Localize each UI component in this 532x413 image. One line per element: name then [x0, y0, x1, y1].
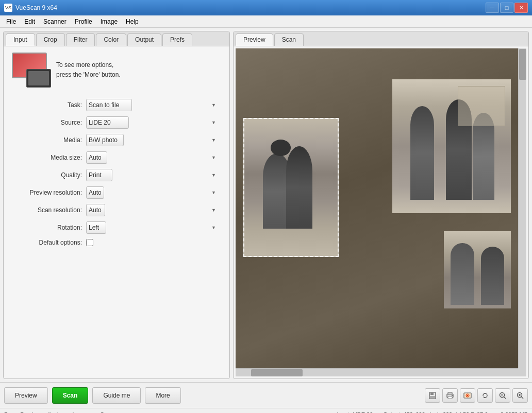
- media-label: Media:: [14, 136, 86, 144]
- menu-profile[interactable]: Profile: [71, 17, 96, 26]
- rotation-label: Rotation:: [14, 224, 86, 231]
- menu-edit[interactable]: Edit: [20, 17, 39, 26]
- status-middle: Input: LiDE 20: [337, 411, 373, 414]
- preview-res-select-wrapper: Auto 72 150 300: [86, 186, 219, 199]
- scan-button[interactable]: Scan: [52, 387, 89, 404]
- preview-button[interactable]: Preview: [4, 387, 48, 404]
- quality-row: Quality: Print Screen Archive: [14, 169, 219, 181]
- task-label: Task:: [14, 101, 86, 109]
- quality-select-wrapper: Print Screen Archive: [86, 169, 219, 181]
- quality-label: Quality:: [14, 171, 86, 179]
- media-size-label: Media size:: [14, 154, 86, 161]
- bottom-toolbar: Preview Scan Guide me More: [0, 382, 532, 408]
- photo-2: [392, 79, 511, 213]
- svg-rect-5: [448, 397, 452, 399]
- zoom-out-button[interactable]: [495, 388, 510, 403]
- preview-scrollbar-horizontal[interactable]: [236, 368, 518, 376]
- title-bar-left: VS VueScan 9 x64: [4, 4, 57, 12]
- maximize-button[interactable]: □: [500, 3, 513, 13]
- tab-prefs[interactable]: Prefs: [162, 33, 192, 46]
- scan-res-label: Scan resolution:: [14, 206, 86, 214]
- photo-icon-button[interactable]: [460, 388, 475, 403]
- form-body: Task: Scan to file Scan to printer Scan …: [4, 94, 229, 378]
- scan-res-row: Scan resolution: Auto 150 300 600 1200: [14, 204, 219, 216]
- minimize-button[interactable]: ─: [486, 3, 499, 13]
- rotation-select-wrapper: Left None Right 180: [86, 221, 219, 234]
- preview-tab-bar: Preview Scan: [234, 31, 528, 46]
- info-box: To see more options, press the 'More' bu…: [4, 46, 229, 94]
- menu-bar: File Edit Scanner Profile Image Help: [0, 15, 532, 28]
- svg-rect-4: [448, 392, 452, 394]
- photo-3: [444, 231, 511, 308]
- default-options-label: Default options:: [14, 239, 86, 246]
- status-right: Output: 470x690 pixels 200 dpi 59.7x87.6…: [383, 411, 528, 414]
- toolbar-icons: [425, 388, 528, 403]
- svg-rect-1: [430, 392, 434, 395]
- media-select-wrapper: B/W photo Color photo Slide Negative: [86, 134, 219, 146]
- default-options-checkbox[interactable]: [86, 239, 93, 246]
- tab-filter[interactable]: Filter: [66, 33, 95, 46]
- zoom-in-button[interactable]: [512, 388, 528, 403]
- status-bar: Press Preview, adjust crop box, press Sc…: [0, 408, 532, 413]
- source-select[interactable]: LiDE 20 Flatbed Transparency: [86, 116, 129, 129]
- svg-line-16: [521, 397, 523, 399]
- menu-file[interactable]: File: [2, 17, 20, 26]
- media-size-select[interactable]: Auto Letter A4 Legal: [86, 151, 107, 164]
- task-row: Task: Scan to file Scan to printer Scan …: [14, 99, 219, 111]
- preview-area[interactable]: [236, 48, 526, 376]
- media-select[interactable]: B/W photo Color photo Slide Negative: [86, 134, 124, 146]
- svg-line-12: [504, 397, 506, 399]
- scan-res-select-wrapper: Auto 150 300 600 1200: [86, 204, 219, 216]
- tab-output[interactable]: Output: [127, 33, 161, 46]
- menu-help[interactable]: Help: [122, 17, 143, 26]
- media-row: Media: B/W photo Color photo Slide Negat…: [14, 134, 219, 146]
- guide-me-button[interactable]: Guide me: [92, 387, 141, 404]
- menu-scanner[interactable]: Scanner: [39, 17, 71, 26]
- rotation-select[interactable]: Left None Right 180: [86, 221, 106, 234]
- quality-select[interactable]: Print Screen Archive: [86, 169, 112, 181]
- svg-point-6: [452, 395, 453, 396]
- title-bar: VS VueScan 9 x64 ─ □ ✕: [0, 0, 532, 15]
- menu-image[interactable]: Image: [96, 17, 122, 26]
- app-icon: VS: [4, 4, 12, 12]
- task-select-wrapper: Scan to file Scan to printer Scan to ema…: [86, 99, 219, 111]
- print-icon-button[interactable]: [442, 388, 458, 403]
- tab-input[interactable]: Input: [6, 33, 35, 46]
- scan-res-select[interactable]: Auto 150 300 600 1200: [86, 204, 105, 216]
- right-panel: Preview Scan: [233, 31, 529, 379]
- svg-rect-2: [430, 396, 435, 398]
- preview-res-row: Preview resolution: Auto 72 150 300: [14, 186, 219, 199]
- default-options-row: Default options:: [14, 239, 219, 246]
- media-size-row: Media size: Auto Letter A4 Legal: [14, 151, 219, 164]
- tab-color[interactable]: Color: [96, 33, 126, 46]
- source-label: Source:: [14, 119, 86, 126]
- save-icon-button[interactable]: [425, 388, 440, 403]
- source-row: Source: LiDE 20 Flatbed Transparency: [14, 116, 219, 129]
- close-button[interactable]: ✕: [514, 3, 528, 13]
- app-title: VueScan 9 x64: [15, 4, 57, 11]
- preview-res-label: Preview resolution:: [14, 189, 86, 196]
- scroll-thumb-vertical[interactable]: [519, 49, 526, 80]
- svg-point-9: [467, 394, 469, 396]
- left-panel: Input Crop Filter Color Output Prefs To …: [3, 31, 230, 379]
- photo-1: [243, 118, 339, 257]
- source-select-wrapper: LiDE 20 Flatbed Transparency: [86, 116, 219, 129]
- preview-scrollbar-vertical[interactable]: [518, 48, 526, 368]
- tab-scan[interactable]: Scan: [274, 33, 304, 46]
- task-select[interactable]: Scan to file Scan to printer Scan to ema…: [86, 99, 132, 111]
- scroll-thumb-horizontal[interactable]: [251, 369, 303, 376]
- film-strip-icon: [26, 69, 51, 88]
- scanner-icon: [12, 53, 51, 88]
- title-controls: ─ □ ✕: [486, 3, 528, 13]
- status-left: Press Preview, adjust crop box, press Sc…: [4, 411, 327, 414]
- media-size-select-wrapper: Auto Letter A4 Legal: [86, 151, 219, 164]
- rotation-row: Rotation: Left None Right 180: [14, 221, 219, 234]
- scroll-corner: [518, 368, 526, 376]
- refresh-icon-button[interactable]: [477, 388, 493, 403]
- preview-res-select[interactable]: Auto 72 150 300: [86, 186, 104, 199]
- more-button[interactable]: More: [145, 387, 180, 404]
- info-text: To see more options, press the 'More' bu…: [56, 60, 121, 80]
- tab-preview[interactable]: Preview: [236, 33, 273, 46]
- left-tab-bar: Input Crop Filter Color Output Prefs: [4, 31, 229, 46]
- tab-crop[interactable]: Crop: [36, 33, 65, 46]
